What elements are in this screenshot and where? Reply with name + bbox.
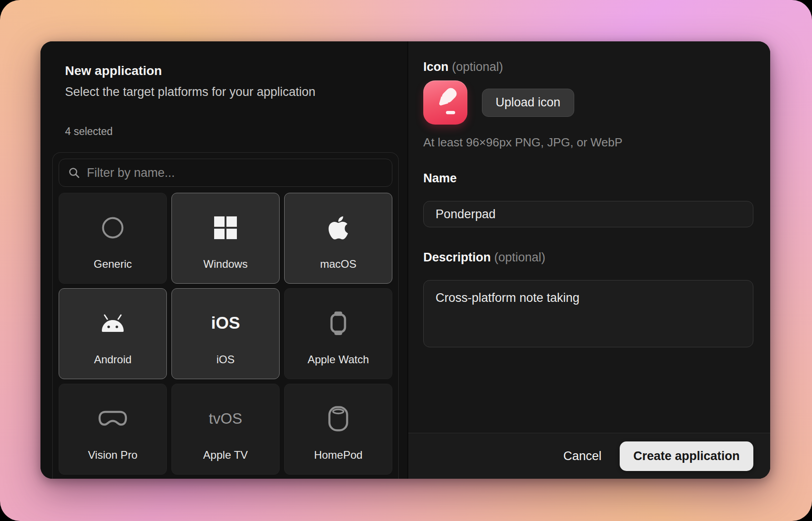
name-field-label: Name [423, 172, 753, 185]
search-icon [68, 167, 80, 179]
android-icon [100, 314, 126, 333]
platform-filter [59, 159, 392, 187]
platform-label: iOS [216, 353, 235, 366]
dialog-title: New application [65, 63, 399, 79]
platform-label: Generic [94, 258, 132, 271]
platform-label: HomePod [314, 449, 363, 461]
platform-label: Windows [203, 258, 247, 271]
icon-field-label: Icon (optional) [423, 60, 753, 73]
homepod-icon [328, 406, 349, 432]
app-icon-preview [423, 80, 467, 125]
platform-icon-box [327, 206, 350, 250]
platform-label: Vision Pro [88, 449, 138, 461]
dialog-footer: Cancel Create application [408, 433, 770, 479]
platform-tile-apple-watch[interactable]: Apple Watch [284, 288, 392, 379]
apple-icon [327, 215, 350, 241]
platform-picker: Generic Windows macOS Android iOS iOS Ap… [52, 152, 399, 479]
platform-grid: Generic Windows macOS Android iOS iOS Ap… [59, 193, 392, 475]
platform-tile-generic[interactable]: Generic [59, 193, 167, 284]
description-label: Description [423, 250, 491, 264]
icon-upload-row: Upload icon [423, 80, 753, 125]
icon-label: Icon [423, 60, 449, 74]
platform-tile-homepod[interactable]: HomePod [284, 384, 392, 475]
description-field-label: Description (optional) [423, 251, 753, 264]
platform-icon-box [328, 397, 349, 441]
platform-icon-box: iOS [211, 301, 240, 345]
selected-count: 4 selected [65, 125, 399, 138]
cancel-button[interactable]: Cancel [563, 449, 601, 463]
create-application-button[interactable]: Create application [620, 441, 753, 471]
platform-label: macOS [320, 258, 356, 271]
platform-label: Android [94, 353, 132, 366]
new-application-dialog: New application Select the target platfo… [40, 41, 770, 479]
platform-tile-ios[interactable]: iOS iOS [171, 288, 280, 379]
platform-label: Apple TV [203, 449, 248, 461]
platform-icon-box [328, 301, 349, 345]
platform-tile-apple-tv[interactable]: tvOS Apple TV [171, 384, 280, 475]
platform-tile-vision-pro[interactable]: Vision Pro [59, 384, 167, 475]
icon-requirements-hint: At least 96×96px PNG, JPG, or WebP [423, 136, 753, 148]
pencil-icon [428, 85, 463, 120]
description-optional-label: (optional) [494, 250, 546, 264]
apple-tv-text-icon: tvOS [209, 410, 242, 427]
name-input[interactable] [423, 201, 753, 227]
ios-text-icon: iOS [211, 314, 240, 333]
dialog-subtitle: Select the target platforms for your app… [65, 84, 399, 100]
icon-optional-label: (optional) [452, 60, 503, 74]
platform-icon-box: tvOS [209, 397, 242, 441]
platform-selection-panel: New application Select the target platfo… [40, 41, 408, 479]
platform-tile-android[interactable]: Android [59, 288, 167, 379]
circle-outline-icon [101, 216, 125, 240]
platform-tile-macos[interactable]: macOS [284, 193, 392, 284]
platform-tile-windows[interactable]: Windows [171, 193, 280, 284]
windows-icon [214, 216, 237, 239]
filter-input[interactable] [87, 166, 383, 180]
platform-icon-box [100, 301, 126, 345]
watch-icon [328, 310, 349, 336]
platform-icon-box [214, 206, 237, 250]
platform-icon-box [98, 397, 127, 441]
upload-icon-button[interactable]: Upload icon [482, 89, 574, 117]
description-input[interactable]: Cross-platform note taking [423, 280, 753, 347]
platform-label: Apple Watch [307, 353, 369, 366]
platform-icon-box [101, 206, 125, 250]
vision-pro-icon [98, 410, 127, 427]
application-details-panel: Icon (optional) Upload icon At least 96×… [408, 41, 770, 479]
